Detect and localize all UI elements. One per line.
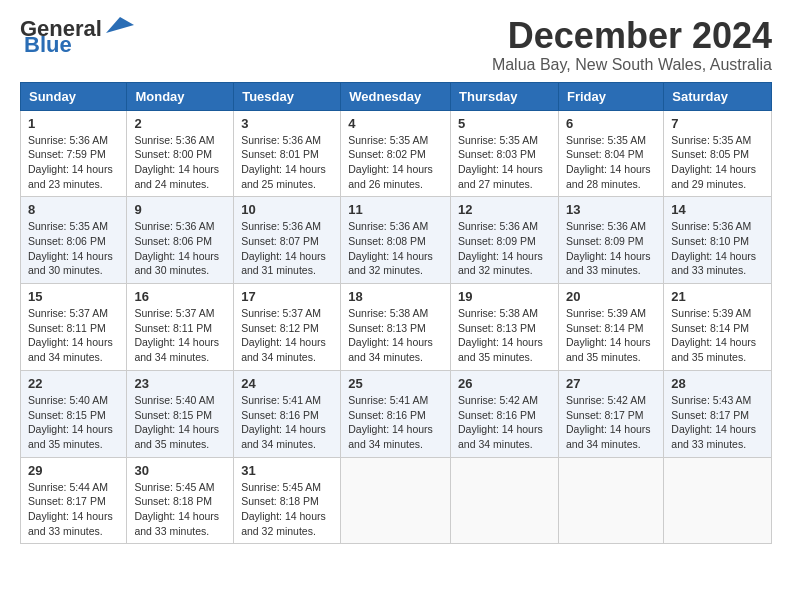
day-number: 16 [134, 289, 226, 304]
calendar-cell: 18 Sunrise: 5:38 AMSunset: 8:13 PMDaylig… [341, 284, 451, 371]
day-number: 26 [458, 376, 551, 391]
calendar-week-row: 15 Sunrise: 5:37 AMSunset: 8:11 PMDaylig… [21, 284, 772, 371]
svg-marker-0 [106, 17, 134, 33]
calendar-cell: 8 Sunrise: 5:35 AMSunset: 8:06 PMDayligh… [21, 197, 127, 284]
location-title: Malua Bay, New South Wales, Australia [492, 56, 772, 74]
day-number: 7 [671, 116, 764, 131]
header-sunday: Sunday [21, 82, 127, 110]
day-number: 1 [28, 116, 119, 131]
header-wednesday: Wednesday [341, 82, 451, 110]
cell-text: Sunrise: 5:37 AMSunset: 8:11 PMDaylight:… [134, 307, 219, 363]
day-number: 6 [566, 116, 656, 131]
calendar-cell: 9 Sunrise: 5:36 AMSunset: 8:06 PMDayligh… [127, 197, 234, 284]
day-number: 21 [671, 289, 764, 304]
calendar-cell: 6 Sunrise: 5:35 AMSunset: 8:04 PMDayligh… [558, 110, 663, 197]
calendar-cell [451, 457, 559, 544]
calendar-cell: 16 Sunrise: 5:37 AMSunset: 8:11 PMDaylig… [127, 284, 234, 371]
cell-text: Sunrise: 5:39 AMSunset: 8:14 PMDaylight:… [671, 307, 756, 363]
calendar-cell: 2 Sunrise: 5:36 AMSunset: 8:00 PMDayligh… [127, 110, 234, 197]
day-number: 31 [241, 463, 333, 478]
day-number: 4 [348, 116, 443, 131]
cell-text: Sunrise: 5:38 AMSunset: 8:13 PMDaylight:… [458, 307, 543, 363]
day-number: 19 [458, 289, 551, 304]
cell-text: Sunrise: 5:36 AMSunset: 8:00 PMDaylight:… [134, 134, 219, 190]
cell-text: Sunrise: 5:42 AMSunset: 8:17 PMDaylight:… [566, 394, 651, 450]
calendar-week-row: 8 Sunrise: 5:35 AMSunset: 8:06 PMDayligh… [21, 197, 772, 284]
logo-icon [104, 15, 136, 37]
cell-text: Sunrise: 5:44 AMSunset: 8:17 PMDaylight:… [28, 481, 113, 537]
cell-text: Sunrise: 5:35 AMSunset: 8:06 PMDaylight:… [28, 220, 113, 276]
calendar-cell: 21 Sunrise: 5:39 AMSunset: 8:14 PMDaylig… [664, 284, 772, 371]
cell-text: Sunrise: 5:35 AMSunset: 8:02 PMDaylight:… [348, 134, 433, 190]
cell-text: Sunrise: 5:35 AMSunset: 8:03 PMDaylight:… [458, 134, 543, 190]
calendar-cell: 22 Sunrise: 5:40 AMSunset: 8:15 PMDaylig… [21, 370, 127, 457]
calendar-cell: 30 Sunrise: 5:45 AMSunset: 8:18 PMDaylig… [127, 457, 234, 544]
day-number: 3 [241, 116, 333, 131]
calendar-cell: 19 Sunrise: 5:38 AMSunset: 8:13 PMDaylig… [451, 284, 559, 371]
header-thursday: Thursday [451, 82, 559, 110]
day-number: 15 [28, 289, 119, 304]
calendar-cell: 5 Sunrise: 5:35 AMSunset: 8:03 PMDayligh… [451, 110, 559, 197]
cell-text: Sunrise: 5:36 AMSunset: 8:09 PMDaylight:… [458, 220, 543, 276]
calendar-week-row: 1 Sunrise: 5:36 AMSunset: 7:59 PMDayligh… [21, 110, 772, 197]
cell-text: Sunrise: 5:36 AMSunset: 8:07 PMDaylight:… [241, 220, 326, 276]
cell-text: Sunrise: 5:41 AMSunset: 8:16 PMDaylight:… [241, 394, 326, 450]
cell-text: Sunrise: 5:35 AMSunset: 8:05 PMDaylight:… [671, 134, 756, 190]
cell-text: Sunrise: 5:37 AMSunset: 8:12 PMDaylight:… [241, 307, 326, 363]
calendar-cell: 7 Sunrise: 5:35 AMSunset: 8:05 PMDayligh… [664, 110, 772, 197]
cell-text: Sunrise: 5:36 AMSunset: 8:06 PMDaylight:… [134, 220, 219, 276]
cell-text: Sunrise: 5:39 AMSunset: 8:14 PMDaylight:… [566, 307, 651, 363]
header-friday: Friday [558, 82, 663, 110]
day-number: 11 [348, 202, 443, 217]
day-number: 14 [671, 202, 764, 217]
day-number: 10 [241, 202, 333, 217]
calendar-cell: 11 Sunrise: 5:36 AMSunset: 8:08 PMDaylig… [341, 197, 451, 284]
calendar-cell: 27 Sunrise: 5:42 AMSunset: 8:17 PMDaylig… [558, 370, 663, 457]
title-area: December 2024 Malua Bay, New South Wales… [492, 16, 772, 74]
day-number: 9 [134, 202, 226, 217]
calendar-cell: 20 Sunrise: 5:39 AMSunset: 8:14 PMDaylig… [558, 284, 663, 371]
cell-text: Sunrise: 5:35 AMSunset: 8:04 PMDaylight:… [566, 134, 651, 190]
calendar-cell: 4 Sunrise: 5:35 AMSunset: 8:02 PMDayligh… [341, 110, 451, 197]
calendar-cell: 15 Sunrise: 5:37 AMSunset: 8:11 PMDaylig… [21, 284, 127, 371]
cell-text: Sunrise: 5:37 AMSunset: 8:11 PMDaylight:… [28, 307, 113, 363]
day-number: 29 [28, 463, 119, 478]
month-title: December 2024 [492, 16, 772, 56]
cell-text: Sunrise: 5:38 AMSunset: 8:13 PMDaylight:… [348, 307, 433, 363]
day-number: 12 [458, 202, 551, 217]
calendar-header-row: SundayMondayTuesdayWednesdayThursdayFrid… [21, 82, 772, 110]
header-saturday: Saturday [664, 82, 772, 110]
calendar-cell: 13 Sunrise: 5:36 AMSunset: 8:09 PMDaylig… [558, 197, 663, 284]
day-number: 8 [28, 202, 119, 217]
logo-blue: Blue [24, 32, 72, 58]
calendar-cell: 10 Sunrise: 5:36 AMSunset: 8:07 PMDaylig… [234, 197, 341, 284]
cell-text: Sunrise: 5:36 AMSunset: 7:59 PMDaylight:… [28, 134, 113, 190]
cell-text: Sunrise: 5:42 AMSunset: 8:16 PMDaylight:… [458, 394, 543, 450]
calendar-table: SundayMondayTuesdayWednesdayThursdayFrid… [20, 82, 772, 545]
cell-text: Sunrise: 5:40 AMSunset: 8:15 PMDaylight:… [28, 394, 113, 450]
calendar-cell: 28 Sunrise: 5:43 AMSunset: 8:17 PMDaylig… [664, 370, 772, 457]
day-number: 25 [348, 376, 443, 391]
header-tuesday: Tuesday [234, 82, 341, 110]
calendar-cell: 24 Sunrise: 5:41 AMSunset: 8:16 PMDaylig… [234, 370, 341, 457]
calendar-week-row: 29 Sunrise: 5:44 AMSunset: 8:17 PMDaylig… [21, 457, 772, 544]
cell-text: Sunrise: 5:41 AMSunset: 8:16 PMDaylight:… [348, 394, 433, 450]
calendar-cell: 25 Sunrise: 5:41 AMSunset: 8:16 PMDaylig… [341, 370, 451, 457]
calendar-cell: 14 Sunrise: 5:36 AMSunset: 8:10 PMDaylig… [664, 197, 772, 284]
cell-text: Sunrise: 5:45 AMSunset: 8:18 PMDaylight:… [134, 481, 219, 537]
header-monday: Monday [127, 82, 234, 110]
calendar-cell: 1 Sunrise: 5:36 AMSunset: 7:59 PMDayligh… [21, 110, 127, 197]
day-number: 2 [134, 116, 226, 131]
day-number: 22 [28, 376, 119, 391]
calendar-cell [664, 457, 772, 544]
day-number: 5 [458, 116, 551, 131]
day-number: 27 [566, 376, 656, 391]
logo: General Blue [20, 16, 136, 58]
calendar-cell: 31 Sunrise: 5:45 AMSunset: 8:18 PMDaylig… [234, 457, 341, 544]
calendar-cell: 12 Sunrise: 5:36 AMSunset: 8:09 PMDaylig… [451, 197, 559, 284]
calendar-cell: 26 Sunrise: 5:42 AMSunset: 8:16 PMDaylig… [451, 370, 559, 457]
cell-text: Sunrise: 5:43 AMSunset: 8:17 PMDaylight:… [671, 394, 756, 450]
day-number: 30 [134, 463, 226, 478]
calendar-cell: 17 Sunrise: 5:37 AMSunset: 8:12 PMDaylig… [234, 284, 341, 371]
calendar-cell [341, 457, 451, 544]
